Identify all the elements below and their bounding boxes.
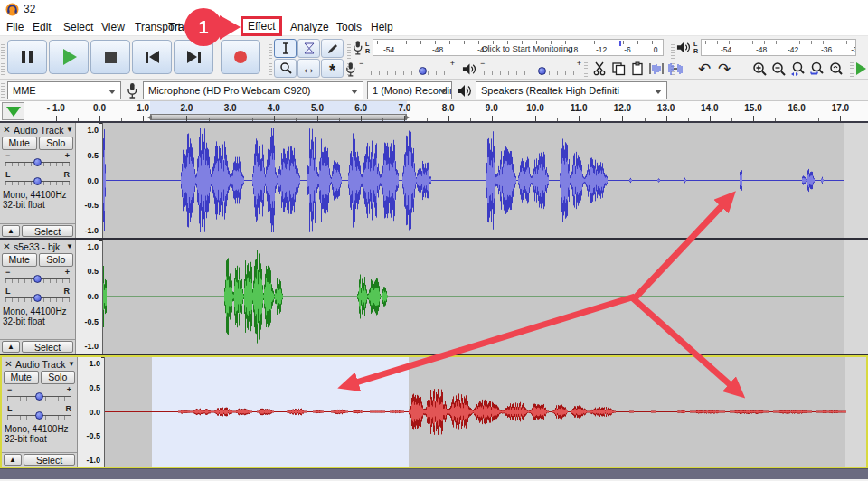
- waveform-area[interactable]: [105, 357, 866, 467]
- undo-button[interactable]: ↶: [695, 60, 713, 78]
- gain-slider[interactable]: −+: [5, 267, 71, 286]
- menu-file[interactable]: File: [6, 21, 24, 33]
- collapse-track-button[interactable]: ▲: [2, 225, 20, 237]
- selection-start-handle[interactable]: [147, 115, 152, 120]
- close-track-icon[interactable]: ✕: [4, 359, 14, 369]
- mute-button[interactable]: Mute: [4, 371, 39, 384]
- multi-tool-button[interactable]: *: [321, 59, 344, 78]
- track-menu-chevron-icon[interactable]: ▼: [66, 126, 73, 134]
- cut-button[interactable]: [590, 60, 609, 78]
- collapse-track-button[interactable]: ▲: [2, 341, 20, 353]
- close-track-icon[interactable]: ✕: [2, 241, 12, 251]
- toolbar-grip[interactable]: [1, 82, 5, 98]
- solo-button[interactable]: Solo: [39, 253, 74, 267]
- playback-volume-slider[interactable]: − +: [480, 61, 581, 77]
- recording-volume-thumb[interactable]: [419, 67, 427, 75]
- skip-to-end-button[interactable]: [174, 40, 213, 74]
- close-track-icon[interactable]: ✕: [2, 125, 12, 135]
- waveform-area[interactable]: [103, 123, 868, 238]
- play-at-speed-button-partial[interactable]: [856, 62, 866, 75]
- toolbar-grip[interactable]: [1, 40, 5, 75]
- vertical-scale-ruler[interactable]: 1.0 0.5 0.0 -0.5 -1.0: [76, 240, 103, 354]
- pan-slider[interactable]: LR: [6, 403, 72, 422]
- menu-select[interactable]: Select: [63, 21, 93, 33]
- recording-device-dropdown[interactable]: Microphone (HD Pro Webcam C920): [143, 81, 363, 99]
- toolbar-grip[interactable]: [850, 61, 854, 77]
- menu-tracks[interactable]: Tracks: [168, 21, 201, 33]
- track-menu-chevron-icon[interactable]: ▼: [66, 242, 73, 250]
- track-title[interactable]: Audio Track: [15, 359, 66, 370]
- gain-slider-thumb[interactable]: [35, 392, 43, 401]
- paste-button[interactable]: [628, 60, 646, 78]
- collapse-track-button[interactable]: ▲: [4, 454, 22, 466]
- menu-edit[interactable]: Edit: [33, 21, 52, 33]
- redo-button[interactable]: ↷: [715, 60, 733, 78]
- zoom-tool-button[interactable]: [274, 59, 297, 78]
- waveform-canvas[interactable]: [105, 357, 864, 467]
- envelope-tool-button[interactable]: [297, 39, 320, 58]
- mute-button[interactable]: Mute: [2, 137, 37, 150]
- fit-project-button[interactable]: [807, 60, 826, 78]
- horizontal-scrollbar[interactable]: [0, 468, 868, 479]
- vertical-scale-ruler[interactable]: 1.0 0.5 0.0 -0.5 -1.0: [78, 357, 105, 467]
- pan-slider-thumb[interactable]: [33, 177, 42, 185]
- gain-slider-thumb[interactable]: [33, 275, 42, 283]
- pan-slider-thumb[interactable]: [33, 294, 42, 302]
- track-title[interactable]: s5e33 - bjk: [14, 241, 64, 252]
- play-button[interactable]: [49, 40, 89, 74]
- recording-meter[interactable]: L R -54 -48 -42 Click to Start Monitorin…: [353, 39, 664, 56]
- pan-slider-thumb[interactable]: [35, 411, 43, 420]
- selection-tool-button[interactable]: [274, 39, 297, 58]
- time-shift-tool-button[interactable]: ↔: [297, 59, 320, 78]
- audio-host-dropdown[interactable]: MME: [7, 81, 121, 99]
- menu-tools[interactable]: Tools: [336, 21, 362, 33]
- menu-view[interactable]: View: [101, 21, 125, 33]
- solo-button[interactable]: Solo: [39, 137, 74, 150]
- gain-slider[interactable]: −+: [6, 384, 72, 403]
- recording-channels-dropdown[interactable]: 1 (Mono) Recording Channe: [367, 81, 452, 99]
- select-track-button[interactable]: Select: [22, 341, 73, 353]
- silence-audio-button[interactable]: [666, 60, 684, 78]
- toolbar-grip[interactable]: [269, 40, 272, 75]
- recording-meter-scale[interactable]: -54 -48 -42 Click to Start Monitoring -1…: [373, 39, 664, 56]
- stop-button[interactable]: [90, 40, 130, 74]
- playback-device-dropdown[interactable]: Speakers (Realtek High Definiti: [476, 81, 667, 99]
- pan-slider[interactable]: LR: [5, 286, 71, 305]
- record-button[interactable]: [221, 40, 260, 74]
- trim-audio-button[interactable]: [647, 60, 665, 78]
- skip-to-start-button[interactable]: [132, 40, 172, 74]
- playback-meter-scale[interactable]: -54 -48 -42 -36 -3: [701, 39, 856, 56]
- waveform-canvas[interactable]: [103, 240, 866, 354]
- selection-end-handle[interactable]: [405, 115, 410, 120]
- menu-effect-highlighted[interactable]: Effect: [241, 16, 282, 36]
- select-track-button[interactable]: Select: [22, 225, 73, 237]
- monitoring-text[interactable]: Click to Start Monitoring: [482, 43, 573, 53]
- time-ruler[interactable]: - 1.00.01.02.03.04.05.06.07.08.09.010.01…: [25, 101, 868, 121]
- gain-slider[interactable]: −+: [5, 150, 71, 169]
- pan-slider[interactable]: LR: [5, 169, 71, 188]
- mute-button[interactable]: Mute: [2, 253, 37, 267]
- zoom-in-button[interactable]: [750, 60, 769, 78]
- quick-play-bar[interactable]: [150, 114, 407, 120]
- timeline-ruler[interactable]: - 1.00.01.02.03.04.05.06.07.08.09.010.01…: [0, 101, 868, 123]
- fit-selection-button[interactable]: [788, 60, 807, 78]
- recording-volume-slider[interactable]: − +: [359, 61, 455, 77]
- zoom-out-button[interactable]: [769, 60, 788, 78]
- copy-button[interactable]: [609, 60, 627, 78]
- playback-meter[interactable]: L R -54 -48 -42 -36 -3: [676, 39, 856, 56]
- waveform-area[interactable]: [103, 240, 868, 354]
- draw-tool-button[interactable]: [321, 39, 344, 58]
- track-title[interactable]: Audio Track: [14, 125, 64, 136]
- pause-button[interactable]: [7, 40, 47, 74]
- solo-button[interactable]: Solo: [41, 371, 76, 384]
- menu-help[interactable]: Help: [371, 21, 393, 33]
- vertical-scale-ruler[interactable]: 1.0 0.5 0.0 -0.5 -1.0: [76, 123, 103, 238]
- zoom-toggle-button[interactable]: [826, 60, 844, 78]
- timeline-options-button[interactable]: [2, 102, 24, 120]
- track-menu-chevron-icon[interactable]: ▼: [68, 360, 75, 368]
- select-track-button[interactable]: Select: [24, 454, 75, 466]
- gain-slider-thumb[interactable]: [33, 158, 42, 166]
- playback-volume-thumb[interactable]: [538, 67, 546, 75]
- toolbar-grip[interactable]: [584, 61, 588, 77]
- waveform-canvas[interactable]: [103, 123, 866, 238]
